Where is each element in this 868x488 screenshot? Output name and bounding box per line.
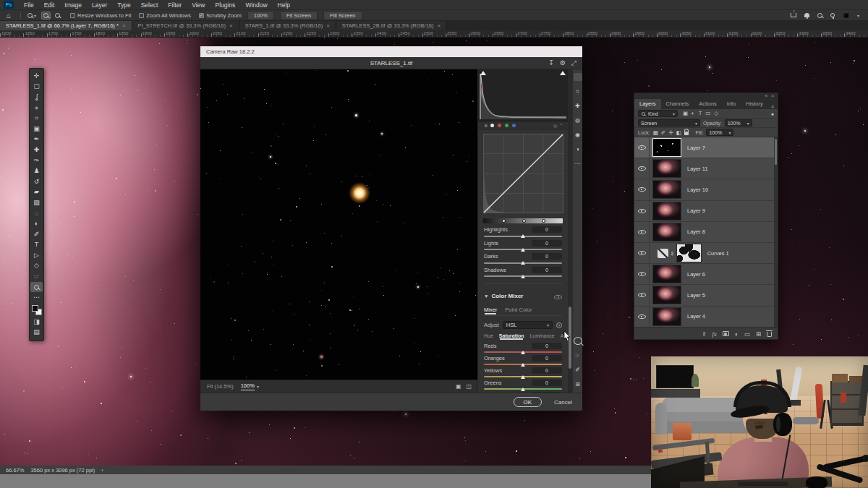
menu-select[interactable]: Select: [136, 0, 163, 10]
slider-track[interactable]: [484, 249, 562, 250]
menu-help[interactable]: Help: [273, 0, 295, 10]
settings-gear-icon[interactable]: ⚙: [560, 59, 566, 67]
layer-row[interactable]: Layer 10: [634, 179, 778, 200]
document-tab[interactable]: STARLESS_1.tif @ 66.7% (Layer 7, RGB/16)…: [0, 21, 132, 30]
option-checkbox-2[interactable]: ✓Scrubby Zoom: [199, 12, 242, 19]
slider-handle[interactable]: [521, 363, 525, 367]
lock-transparency-icon[interactable]: ▦: [653, 129, 658, 136]
target-adjust-icon[interactable]: ◎: [553, 123, 557, 128]
move-tool[interactable]: ✛: [30, 71, 43, 82]
new-adjustment-layer-icon[interactable]: ◐: [735, 330, 739, 338]
slider-handle[interactable]: [521, 261, 525, 265]
layer-thumbnail[interactable]: [653, 139, 681, 156]
link-layers-icon[interactable]: ∞: [701, 331, 708, 335]
layer-row[interactable]: ∞Curves 1: [634, 243, 778, 264]
slider-track[interactable]: [484, 388, 562, 390]
visibility-toggle[interactable]: [634, 201, 650, 221]
highlight-clipping-icon[interactable]: [560, 71, 566, 75]
foreground-color-swatch[interactable]: [32, 305, 38, 312]
slider-track[interactable]: [484, 351, 562, 353]
menu-layer[interactable]: Layer: [87, 0, 112, 10]
layer-thumbnail[interactable]: [653, 265, 681, 283]
tab-history[interactable]: History: [741, 99, 767, 109]
fill-screen-button[interactable]: Fill Screen: [323, 11, 362, 20]
tone-curve[interactable]: [483, 134, 563, 216]
chevron-down-icon[interactable]: ▾: [857, 13, 859, 18]
delete-layer-icon[interactable]: [767, 332, 772, 337]
split-handle[interactable]: [522, 219, 526, 223]
before-after-icon[interactable]: ◫: [466, 383, 472, 390]
menu-edit[interactable]: Edit: [39, 0, 60, 10]
grid-icon[interactable]: ⊞: [574, 380, 582, 388]
slider-value[interactable]: 0: [532, 380, 562, 386]
healing-brush-tool[interactable]: ✚: [30, 145, 43, 155]
export-icon[interactable]: ↧: [548, 59, 554, 67]
tab-close-icon[interactable]: ×: [122, 22, 126, 29]
visibility-toggle[interactable]: [634, 307, 650, 327]
filter-group-layers-icon[interactable]: ▭: [705, 111, 710, 116]
home-icon[interactable]: ⌂: [7, 12, 11, 20]
slider-value[interactable]: 0: [532, 226, 562, 233]
option-checkbox-1[interactable]: Zoom All Windows: [139, 12, 191, 19]
adjust-dropdown[interactable]: HSL▾: [503, 321, 553, 329]
fit-zoom-label[interactable]: Fit (14.5%): [207, 383, 234, 390]
curve-edit-icon[interactable]: ≣: [484, 123, 488, 128]
curves-adjustment-icon[interactable]: [658, 249, 668, 258]
document-tab[interactable]: STARLESS_2B.tif @ 33.3% (RGB/16)×: [336, 21, 447, 30]
target-adjustment-icon[interactable]: [556, 322, 562, 328]
slider-value[interactable]: 0: [532, 343, 562, 349]
scrollbar-thumb[interactable]: [775, 139, 777, 165]
slider-value[interactable]: 0: [532, 367, 562, 374]
slider-track[interactable]: [484, 275, 562, 277]
collapse-icon[interactable]: ^: [560, 123, 562, 128]
blur-tool[interactable]: ◌: [30, 208, 43, 219]
hand-tool[interactable]: ☞: [30, 271, 43, 282]
zoom-100-button[interactable]: 100%: [247, 11, 274, 20]
heal-icon[interactable]: ✚: [574, 102, 582, 110]
visibility-toggle[interactable]: [634, 222, 650, 242]
search-icon[interactable]: [817, 13, 822, 18]
tab-close-icon[interactable]: ×: [438, 22, 441, 29]
zoom-level[interactable]: 66.67%: [6, 467, 24, 474]
zoom-value[interactable]: 100%: [241, 382, 255, 390]
new-group-icon[interactable]: ▭: [744, 330, 750, 338]
layer-thumbnail[interactable]: [653, 223, 681, 241]
discover-icon[interactable]: [830, 13, 835, 17]
checkbox-icon[interactable]: [70, 13, 75, 18]
slider-value[interactable]: 0: [532, 267, 562, 273]
add-layer-mask-icon[interactable]: [723, 331, 729, 336]
single-view-icon[interactable]: ▣: [456, 383, 461, 390]
checkbox-icon[interactable]: [139, 13, 144, 18]
ok-button[interactable]: OK: [514, 397, 542, 407]
visibility-toggle[interactable]: [634, 158, 650, 179]
histogram[interactable]: [478, 69, 568, 121]
slider-handle[interactable]: [521, 351, 525, 354]
marquee-tool[interactable]: ▢: [30, 82, 43, 93]
filter-toggle-icon[interactable]: ●: [771, 111, 774, 116]
channel-dot-0[interactable]: [490, 124, 494, 127]
checkbox-icon[interactable]: ✓: [199, 13, 204, 18]
layer-row[interactable]: Layer 6: [634, 264, 778, 285]
pen-tool[interactable]: ✐: [30, 229, 43, 240]
notifications-icon[interactable]: [804, 13, 809, 17]
filter-adjustment-layers-icon[interactable]: ◐: [692, 111, 695, 116]
slider-handle[interactable]: [521, 388, 525, 391]
hsl-tab-saturation[interactable]: Saturation: [499, 333, 524, 338]
camera-raw-titlebar[interactable]: Camera Raw 18.2.2: [200, 46, 582, 57]
zoom-in-button[interactable]: [41, 12, 51, 20]
menu-plugins[interactable]: Plugins: [210, 0, 240, 10]
option-checkbox-0[interactable]: Resize Windows to Fit: [70, 12, 131, 19]
tab-channels[interactable]: Channels: [661, 99, 694, 109]
gradient-tool[interactable]: ▨: [30, 197, 43, 208]
slider-value[interactable]: 0: [532, 253, 562, 260]
lasso-tool[interactable]: ʆ: [30, 92, 43, 103]
presets-icon[interactable]: ◑: [574, 145, 582, 153]
share-icon[interactable]: [791, 13, 796, 17]
masking-icon[interactable]: ◍: [574, 116, 582, 124]
tab-info[interactable]: Info: [722, 99, 741, 109]
tab-layers[interactable]: Layers: [634, 99, 661, 109]
zoom-tool-icon[interactable]: ▾: [27, 13, 36, 18]
filter-type-layers-icon[interactable]: T: [699, 111, 702, 116]
document-tab[interactable]: STARS_1.tif @ 33.3% (RGB/16)×: [239, 21, 336, 30]
fit-screen-button[interactable]: Fit Screen: [280, 11, 318, 20]
